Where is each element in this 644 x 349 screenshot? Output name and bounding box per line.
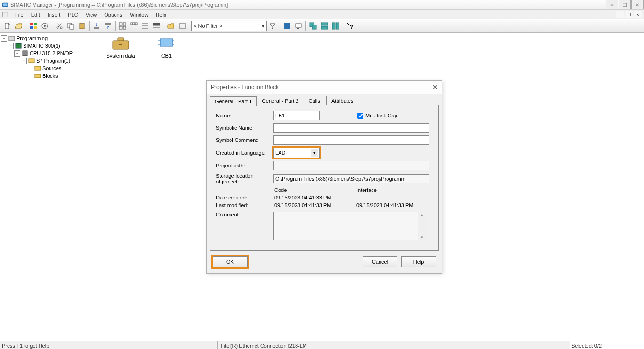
- label-symbolic-name: Symbolic Name:: [216, 125, 273, 131]
- label-name: Name:: [216, 113, 273, 118]
- nav-ref-icon[interactable]: [177, 21, 188, 31]
- svg-rect-3: [5, 23, 9, 29]
- menu-plc[interactable]: PLC: [64, 11, 82, 18]
- app-icon: [2, 1, 8, 8]
- svg-rect-5: [30, 23, 33, 25]
- expand-toggle[interactable]: −: [8, 43, 14, 49]
- monitor-icon[interactable]: [293, 21, 304, 31]
- svg-rect-43: [336, 23, 339, 29]
- status-bar: Press F1 to get Help. Intel(R) Ethernet …: [0, 341, 644, 349]
- mul-inst-cap-checkbox[interactable]: Mul. Inst. Cap.: [355, 111, 399, 120]
- label-storage: Storage locationof project:: [216, 173, 273, 184]
- svg-rect-53: [119, 44, 122, 45]
- svg-rect-27: [135, 23, 137, 25]
- tab-attributes[interactable]: Attributes: [326, 96, 358, 105]
- window-tile-h-icon[interactable]: [319, 21, 330, 31]
- help-icon[interactable]: ?: [345, 21, 355, 31]
- cpu-icon: [21, 50, 29, 57]
- comment-textarea[interactable]: ▴▾: [273, 212, 426, 240]
- item-system-data[interactable]: System data: [99, 36, 142, 58]
- menu-edit[interactable]: Edit: [27, 11, 44, 18]
- svg-rect-8: [34, 26, 37, 29]
- svg-rect-36: [296, 24, 301, 27]
- dialog-close-button[interactable]: ✕: [432, 83, 438, 91]
- value-code-modified: 09/15/2023 04:41:33 PM: [274, 202, 356, 208]
- sources-icon: [34, 65, 41, 72]
- name-input[interactable]: [273, 111, 320, 120]
- maximize-button[interactable]: ❐: [619, 0, 631, 9]
- mdi-restore-button[interactable]: ❐: [625, 11, 633, 18]
- cancel-button[interactable]: Cancel: [363, 256, 397, 267]
- tab-calls[interactable]: Calls: [304, 96, 325, 105]
- chevron-down-icon[interactable]: ▾: [311, 149, 318, 157]
- svg-rect-40: [321, 23, 328, 25]
- language-value: LAD: [275, 150, 285, 156]
- download-icon[interactable]: [91, 21, 102, 31]
- window-title: SIMATIC Manager - [Programming -- C:\Pro…: [10, 2, 228, 8]
- tree-cpu-label[interactable]: CPU 315-2 PN/DP: [30, 50, 73, 56]
- grid-big-icon[interactable]: [117, 21, 128, 31]
- details-icon[interactable]: [151, 21, 162, 31]
- svg-point-14: [60, 27, 62, 29]
- tree-station-label[interactable]: SIMATIC 300(1): [23, 43, 60, 49]
- copy-icon[interactable]: [66, 21, 76, 31]
- filter-dropdown[interactable]: < No Filter > ▾: [191, 21, 267, 31]
- menu-window[interactable]: Window: [126, 11, 152, 18]
- tab-general-1[interactable]: General - Part 1: [210, 96, 257, 106]
- mdi-close-button[interactable]: ×: [634, 11, 642, 18]
- expand-toggle[interactable]: −: [14, 50, 20, 57]
- header-interface: Interface: [356, 187, 433, 193]
- folder-nav-icon[interactable]: [166, 21, 176, 31]
- open-icon[interactable]: [14, 21, 24, 31]
- svg-rect-2: [3, 12, 8, 17]
- dialog-titlebar[interactable]: Properties - Function Block ✕: [207, 81, 442, 94]
- svg-rect-49: [35, 66, 41, 70]
- label-symbol-comment: Symbol Comment:: [216, 137, 273, 143]
- label-comment: Comment:: [216, 212, 273, 217]
- tree-root-label[interactable]: Programming: [17, 35, 48, 41]
- toolbar: < No Filter > ▾ ?: [0, 19, 644, 33]
- tab-general-2[interactable]: General - Part 2: [256, 96, 304, 105]
- tree-sources-label[interactable]: Sources: [42, 66, 61, 71]
- ok-button[interactable]: OK: [213, 256, 248, 267]
- svg-point-13: [57, 27, 58, 29]
- close-button[interactable]: ✕: [631, 0, 644, 9]
- content-pane[interactable]: System data OB1 Properties - Function Bl…: [91, 33, 644, 341]
- menu-insert[interactable]: Insert: [44, 11, 65, 18]
- language-dropdown[interactable]: LAD ▾: [273, 148, 320, 158]
- expand-toggle[interactable]: −: [21, 58, 27, 64]
- cut-icon[interactable]: [54, 21, 65, 31]
- label-last-modified: Last modified:: [216, 202, 274, 208]
- item-ob1[interactable]: OB1: [145, 36, 188, 58]
- symbolic-name-input[interactable]: [273, 123, 429, 133]
- menu-options[interactable]: Options: [100, 11, 126, 18]
- help-button[interactable]: Help: [401, 256, 436, 267]
- symbol-comment-input[interactable]: [273, 135, 429, 145]
- project-tree[interactable]: −Programming −SIMATIC 300(1) −CPU 315-2 …: [0, 33, 91, 341]
- target-icon[interactable]: [40, 21, 50, 31]
- mdi-minimize-button[interactable]: -: [616, 11, 624, 18]
- sim-icon[interactable]: [282, 21, 292, 31]
- windows-icon[interactable]: [28, 21, 39, 31]
- upload-icon[interactable]: [103, 21, 113, 31]
- expand-toggle[interactable]: −: [1, 35, 7, 42]
- menu-file[interactable]: File: [11, 11, 27, 18]
- scrollbar[interactable]: ▴▾: [418, 212, 426, 240]
- paste-icon[interactable]: [77, 21, 87, 31]
- title-bar: SIMATIC Manager - [Programming -- C:\Pro…: [0, 0, 644, 10]
- menu-view[interactable]: View: [82, 11, 101, 18]
- menu-help[interactable]: Help: [152, 11, 170, 18]
- briefcase-icon: [111, 36, 131, 51]
- tree-program-label[interactable]: S7 Program(1): [36, 58, 70, 64]
- tab-separator: [359, 95, 359, 104]
- window-tile-v-icon[interactable]: [330, 21, 341, 31]
- new-icon[interactable]: [2, 21, 13, 31]
- filter-icon[interactable]: [267, 21, 278, 31]
- window-overlap-icon[interactable]: [308, 21, 318, 31]
- tree-blocks-label[interactable]: Blocks: [42, 73, 58, 79]
- svg-rect-20: [105, 23, 111, 25]
- minimize-button[interactable]: ━: [606, 0, 618, 9]
- list-icon[interactable]: [140, 21, 150, 31]
- grid-small-icon[interactable]: [129, 21, 139, 31]
- svg-rect-37: [297, 28, 299, 29]
